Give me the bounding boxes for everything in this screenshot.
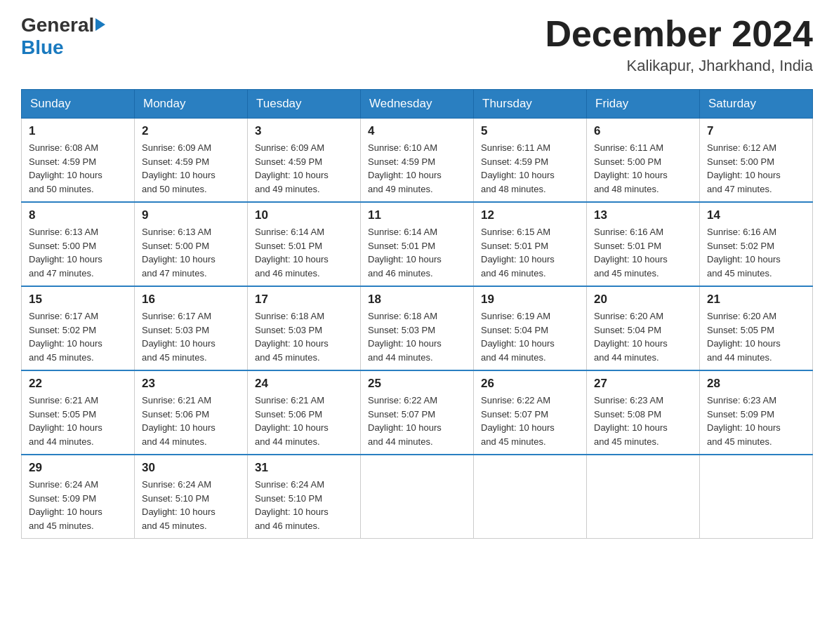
day-number: 3 <box>255 124 353 138</box>
calendar-cell: 29Sunrise: 6:24 AMSunset: 5:09 PMDayligh… <box>22 455 135 539</box>
day-number: 4 <box>368 124 466 138</box>
calendar-cell: 7Sunrise: 6:12 AMSunset: 5:00 PMDaylight… <box>700 119 813 203</box>
calendar-cell: 19Sunrise: 6:19 AMSunset: 5:04 PMDayligh… <box>474 286 587 370</box>
day-info: Sunrise: 6:10 AMSunset: 4:59 PMDaylight:… <box>368 141 466 196</box>
day-info: Sunrise: 6:16 AMSunset: 5:02 PMDaylight:… <box>707 225 805 280</box>
day-info: Sunrise: 6:18 AMSunset: 5:03 PMDaylight:… <box>368 309 466 364</box>
calendar-cell: 13Sunrise: 6:16 AMSunset: 5:01 PMDayligh… <box>587 202 700 286</box>
calendar-cell: 30Sunrise: 6:24 AMSunset: 5:10 PMDayligh… <box>135 455 248 539</box>
calendar-cell: 23Sunrise: 6:21 AMSunset: 5:06 PMDayligh… <box>135 370 248 455</box>
day-number: 6 <box>594 124 692 138</box>
calendar-cell: 3Sunrise: 6:09 AMSunset: 4:59 PMDaylight… <box>248 119 361 203</box>
day-info: Sunrise: 6:14 AMSunset: 5:01 PMDaylight:… <box>368 225 466 280</box>
day-number: 30 <box>142 461 240 475</box>
calendar-cell: 16Sunrise: 6:17 AMSunset: 5:03 PMDayligh… <box>135 286 248 370</box>
calendar-cell: 10Sunrise: 6:14 AMSunset: 5:01 PMDayligh… <box>248 202 361 286</box>
day-number: 19 <box>481 293 579 307</box>
weekday-header-sunday: Sunday <box>22 90 135 119</box>
day-number: 8 <box>29 208 127 222</box>
day-number: 11 <box>368 208 466 222</box>
day-info: Sunrise: 6:12 AMSunset: 5:00 PMDaylight:… <box>707 141 805 196</box>
day-info: Sunrise: 6:19 AMSunset: 5:04 PMDaylight:… <box>481 309 579 364</box>
logo-general: General <box>21 14 94 36</box>
calendar-cell: 25Sunrise: 6:22 AMSunset: 5:07 PMDayligh… <box>361 370 474 455</box>
day-number: 10 <box>255 208 353 222</box>
calendar-cell <box>361 455 474 539</box>
day-number: 21 <box>707 293 805 307</box>
day-info: Sunrise: 6:23 AMSunset: 5:08 PMDaylight:… <box>594 394 692 448</box>
location-title: Kalikapur, Jharkhand, India <box>545 57 813 75</box>
calendar-header-row: SundayMondayTuesdayWednesdayThursdayFrid… <box>22 90 813 119</box>
day-number: 5 <box>481 124 579 138</box>
day-number: 27 <box>594 377 692 391</box>
calendar-cell: 31Sunrise: 6:24 AMSunset: 5:10 PMDayligh… <box>248 455 361 539</box>
calendar-cell: 15Sunrise: 6:17 AMSunset: 5:02 PMDayligh… <box>22 286 135 370</box>
calendar-cell: 4Sunrise: 6:10 AMSunset: 4:59 PMDaylight… <box>361 119 474 203</box>
day-number: 26 <box>481 377 579 391</box>
day-info: Sunrise: 6:20 AMSunset: 5:04 PMDaylight:… <box>594 309 692 364</box>
calendar-week-row: 29Sunrise: 6:24 AMSunset: 5:09 PMDayligh… <box>22 455 813 539</box>
day-number: 13 <box>594 208 692 222</box>
calendar-cell: 17Sunrise: 6:18 AMSunset: 5:03 PMDayligh… <box>248 286 361 370</box>
calendar-cell: 12Sunrise: 6:15 AMSunset: 5:01 PMDayligh… <box>474 202 587 286</box>
day-number: 31 <box>255 461 353 475</box>
month-title: December 2024 <box>545 14 813 54</box>
day-info: Sunrise: 6:13 AMSunset: 5:00 PMDaylight:… <box>29 225 127 280</box>
calendar-cell: 11Sunrise: 6:14 AMSunset: 5:01 PMDayligh… <box>361 202 474 286</box>
day-info: Sunrise: 6:24 AMSunset: 5:10 PMDaylight:… <box>142 478 240 532</box>
calendar-week-row: 1Sunrise: 6:08 AMSunset: 4:59 PMDaylight… <box>22 119 813 203</box>
day-info: Sunrise: 6:21 AMSunset: 5:05 PMDaylight:… <box>29 394 127 448</box>
calendar-cell: 2Sunrise: 6:09 AMSunset: 4:59 PMDaylight… <box>135 119 248 203</box>
day-number: 18 <box>368 293 466 307</box>
day-number: 22 <box>29 377 127 391</box>
calendar-cell: 28Sunrise: 6:23 AMSunset: 5:09 PMDayligh… <box>700 370 813 455</box>
calendar-cell: 14Sunrise: 6:16 AMSunset: 5:02 PMDayligh… <box>700 202 813 286</box>
calendar-cell: 22Sunrise: 6:21 AMSunset: 5:05 PMDayligh… <box>22 370 135 455</box>
weekday-header-tuesday: Tuesday <box>248 90 361 119</box>
calendar-cell <box>700 455 813 539</box>
day-info: Sunrise: 6:11 AMSunset: 5:00 PMDaylight:… <box>594 141 692 196</box>
calendar-cell: 20Sunrise: 6:20 AMSunset: 5:04 PMDayligh… <box>587 286 700 370</box>
calendar-cell <box>474 455 587 539</box>
day-number: 25 <box>368 377 466 391</box>
day-info: Sunrise: 6:18 AMSunset: 5:03 PMDaylight:… <box>255 309 353 364</box>
day-number: 2 <box>142 124 240 138</box>
title-block: December 2024 Kalikapur, Jharkhand, Indi… <box>545 14 813 75</box>
weekday-header-wednesday: Wednesday <box>361 90 474 119</box>
page-header: General Blue December 2024 Kalikapur, Jh… <box>21 14 813 75</box>
weekday-header-thursday: Thursday <box>474 90 587 119</box>
day-info: Sunrise: 6:24 AMSunset: 5:09 PMDaylight:… <box>29 478 127 532</box>
day-info: Sunrise: 6:24 AMSunset: 5:10 PMDaylight:… <box>255 478 353 532</box>
day-number: 7 <box>707 124 805 138</box>
day-number: 24 <box>255 377 353 391</box>
day-number: 29 <box>29 461 127 475</box>
day-info: Sunrise: 6:17 AMSunset: 5:03 PMDaylight:… <box>142 309 240 364</box>
day-number: 12 <box>481 208 579 222</box>
calendar-cell: 24Sunrise: 6:21 AMSunset: 5:06 PMDayligh… <box>248 370 361 455</box>
calendar-cell: 8Sunrise: 6:13 AMSunset: 5:00 PMDaylight… <box>22 202 135 286</box>
logo-arrow-icon <box>95 18 105 31</box>
day-info: Sunrise: 6:13 AMSunset: 5:00 PMDaylight:… <box>142 225 240 280</box>
day-info: Sunrise: 6:14 AMSunset: 5:01 PMDaylight:… <box>255 225 353 280</box>
calendar-cell: 5Sunrise: 6:11 AMSunset: 4:59 PMDaylight… <box>474 119 587 203</box>
calendar-week-row: 15Sunrise: 6:17 AMSunset: 5:02 PMDayligh… <box>22 286 813 370</box>
day-number: 20 <box>594 293 692 307</box>
logo-blue: Blue <box>21 36 64 58</box>
day-info: Sunrise: 6:22 AMSunset: 5:07 PMDaylight:… <box>481 394 579 448</box>
calendar-week-row: 8Sunrise: 6:13 AMSunset: 5:00 PMDaylight… <box>22 202 813 286</box>
day-info: Sunrise: 6:15 AMSunset: 5:01 PMDaylight:… <box>481 225 579 280</box>
day-number: 17 <box>255 293 353 307</box>
day-info: Sunrise: 6:17 AMSunset: 5:02 PMDaylight:… <box>29 309 127 364</box>
day-info: Sunrise: 6:11 AMSunset: 4:59 PMDaylight:… <box>481 141 579 196</box>
weekday-header-friday: Friday <box>587 90 700 119</box>
calendar-cell: 18Sunrise: 6:18 AMSunset: 5:03 PMDayligh… <box>361 286 474 370</box>
day-info: Sunrise: 6:09 AMSunset: 4:59 PMDaylight:… <box>142 141 240 196</box>
calendar-cell: 21Sunrise: 6:20 AMSunset: 5:05 PMDayligh… <box>700 286 813 370</box>
day-info: Sunrise: 6:08 AMSunset: 4:59 PMDaylight:… <box>29 141 127 196</box>
calendar-cell: 26Sunrise: 6:22 AMSunset: 5:07 PMDayligh… <box>474 370 587 455</box>
day-info: Sunrise: 6:23 AMSunset: 5:09 PMDaylight:… <box>707 394 805 448</box>
day-number: 14 <box>707 208 805 222</box>
day-number: 15 <box>29 293 127 307</box>
logo: General Blue <box>21 14 105 59</box>
day-number: 28 <box>707 377 805 391</box>
